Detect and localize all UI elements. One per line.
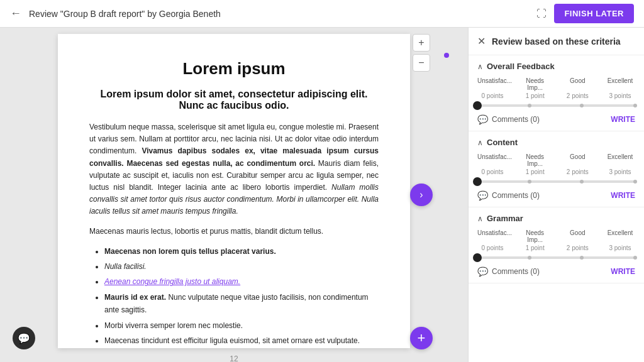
content-slider[interactable] (477, 180, 635, 183)
add-button[interactable]: + (410, 327, 433, 349)
document-area: + − Lorem ipsum Lorem ipsum dolor sit am… (0, 28, 468, 362)
expand-icon[interactable]: ⛶ (536, 8, 547, 19)
grammar-slider[interactable] (477, 256, 635, 259)
document-page: Lorem ipsum Lorem ipsum dolor sit amet, … (58, 34, 410, 348)
list-item: Maecenas non lorem quis tellus placerat … (104, 245, 379, 258)
criteria-sidebar: ✕ Review based on these criteria ∧ Overa… (468, 28, 644, 362)
grammar-write-button[interactable]: WRITE (611, 267, 635, 276)
doc-list: Maecenas non lorem quis tellus placerat … (104, 245, 379, 348)
grammar-section: ∧ Grammar Unsatisfac... Needs Imp... Goo… (469, 207, 644, 283)
slider-tick (633, 180, 637, 184)
label-unsatisfac: Unsatisfac... (477, 153, 508, 167)
content-rating-labels: Unsatisfac... Needs Imp... Good Excellen… (477, 153, 635, 167)
sidebar-title: Review based on these criteria (492, 36, 621, 47)
points-0: 0 points (477, 92, 508, 99)
content-comments-label: 💬 Comments (0) (477, 190, 540, 200)
comment-icon: 💬 (477, 266, 488, 277)
chevron-down-icon: ∧ (477, 62, 483, 71)
points-0: 0 points (477, 244, 508, 251)
overall-comments-row: 💬 Comments (0) WRITE (477, 114, 635, 124)
points-3: 3 points (605, 92, 635, 99)
slider-tick (580, 256, 584, 260)
comment-icon: 💬 (477, 190, 488, 200)
overall-comments-label: 💬 Comments (0) (477, 114, 540, 124)
chevron-down-icon: ∧ (477, 214, 483, 223)
finish-later-button[interactable]: FINISH LATER (554, 4, 634, 23)
page-title: Review "Group B draft report" by Georgia… (29, 9, 529, 19)
list-item: Nulla facilisi. (104, 260, 379, 273)
page-dot (444, 53, 449, 58)
points-3: 3 points (605, 244, 635, 251)
list-item: Aenean congue fringilla justo ut aliquam… (104, 275, 379, 288)
grammar-rating-labels: Unsatisfac... Needs Imp... Good Excellen… (477, 229, 635, 243)
slider-thumb[interactable] (473, 101, 482, 110)
points-1: 1 point (520, 168, 550, 175)
comment-icon: 💬 (477, 114, 488, 124)
content-section-name: Content (487, 138, 518, 147)
slider-thumb[interactable] (473, 177, 482, 186)
overall-section-toggle[interactable]: ∧ Overall Feedback (477, 62, 635, 71)
grammar-rating-points: 0 points 1 point 2 points 3 points (477, 244, 635, 251)
label-needs-imp: Needs Imp... (520, 153, 550, 167)
grammar-section-toggle[interactable]: ∧ Grammar (477, 214, 635, 223)
content-rating-points: 0 points 1 point 2 points 3 points (477, 168, 635, 175)
list-item: Mauris id ex erat. Nunc vulputate neque … (104, 291, 379, 317)
chat-button[interactable]: 💬 (13, 327, 35, 349)
points-0: 0 points (477, 168, 508, 175)
label-unsatisfac: Unsatisfac... (477, 77, 508, 91)
points-2: 2 points (562, 168, 592, 175)
page-number: 12 (230, 354, 238, 362)
label-unsatisfac: Unsatisfac... (477, 229, 508, 243)
slider-tick (580, 104, 584, 107)
points-2: 2 points (562, 244, 592, 251)
doc-paragraph2: Maecenas mauris lectus, lobortis et puru… (89, 226, 379, 238)
page-indicator (444, 53, 449, 58)
overall-slider[interactable] (477, 104, 635, 107)
label-good: Good (562, 153, 592, 167)
content-section-toggle[interactable]: ∧ Content (477, 138, 635, 147)
points-2: 2 points (562, 92, 592, 99)
doc-paragraph1: Vestibulum neque massa, scelerisque sit … (89, 121, 379, 218)
zoom-in-button[interactable]: + (413, 34, 430, 52)
overall-comments-text: Comments (0) (492, 115, 540, 124)
overall-feedback-section: ∧ Overall Feedback Unsatisfac... Needs I… (469, 55, 644, 131)
overall-rating-labels: Unsatisfac... Needs Imp... Good Excellen… (477, 77, 635, 91)
overall-rating-points: 0 points 1 point 2 points 3 points (477, 92, 635, 99)
grammar-comments-row: 💬 Comments (0) WRITE (477, 266, 635, 277)
points-3: 3 points (605, 168, 635, 175)
content-comments-text: Comments (0) (492, 191, 540, 200)
overall-section-name: Overall Feedback (487, 62, 555, 71)
list-item: Morbi viverra semper lorem nec molestie. (104, 319, 379, 332)
overall-write-button[interactable]: WRITE (611, 115, 635, 124)
points-1: 1 point (520, 92, 550, 99)
content-section: ∧ Content Unsatisfac... Needs Imp... Goo… (469, 131, 644, 207)
label-excellent: Excellent (605, 229, 635, 243)
grammar-comments-text: Comments (0) (492, 267, 540, 276)
chevron-down-icon: ∧ (477, 138, 483, 147)
slider-thumb[interactable] (473, 253, 482, 262)
label-excellent: Excellent (605, 153, 635, 167)
app-header: ← Review "Group B draft report" by Georg… (0, 0, 644, 28)
slider-tick (528, 256, 531, 260)
sidebar-header: ✕ Review based on these criteria (469, 28, 644, 55)
grammar-section-name: Grammar (487, 214, 523, 223)
points-1: 1 point (520, 244, 550, 251)
grammar-comments-label: 💬 Comments (0) (477, 266, 540, 277)
slider-tick (528, 104, 531, 107)
back-button[interactable]: ← (10, 7, 21, 20)
content-write-button[interactable]: WRITE (611, 191, 635, 200)
label-good: Good (562, 229, 592, 243)
next-page-button[interactable]: › (410, 184, 433, 206)
list-item: Maecenas tincidunt est efficitur ligula … (104, 334, 379, 347)
doc-heading1: Lorem ipsum (89, 59, 379, 79)
label-needs-imp: Needs Imp... (520, 77, 550, 91)
doc-heading2: Lorem ipsum dolor sit amet, consectetur … (89, 89, 379, 111)
zoom-controls: + − (413, 34, 430, 72)
label-excellent: Excellent (605, 77, 635, 91)
close-icon[interactable]: ✕ (477, 35, 486, 47)
slider-tick (633, 104, 637, 107)
content-comments-row: 💬 Comments (0) WRITE (477, 190, 635, 200)
slider-tick (580, 180, 584, 184)
label-needs-imp: Needs Imp... (520, 229, 550, 243)
zoom-out-button[interactable]: − (413, 54, 430, 72)
